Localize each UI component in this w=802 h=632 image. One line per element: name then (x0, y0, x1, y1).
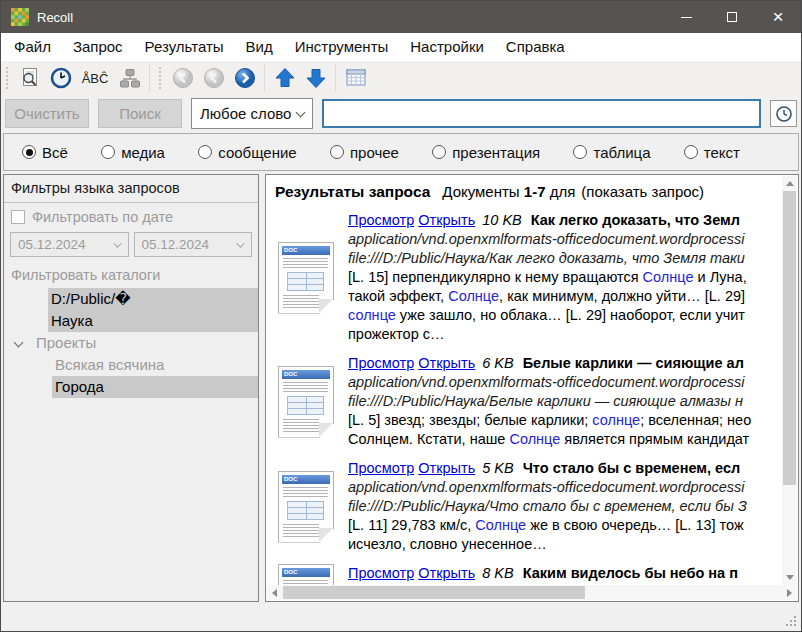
table-view-button[interactable] (340, 64, 371, 92)
first-page-button[interactable] (167, 64, 198, 92)
chevron-down-icon (236, 239, 244, 247)
tree-item[interactable]: Города (4, 376, 258, 398)
menu-item-0[interactable]: Файл (3, 33, 62, 61)
search-button[interactable]: Поиск (98, 99, 182, 128)
search-bar: Очистить Поиск Любое слово (1, 95, 801, 132)
category-radio-текст[interactable]: текст (684, 144, 740, 161)
scroll-up-button[interactable] (269, 64, 300, 92)
open-link[interactable]: Открыть (418, 460, 475, 476)
result-item: DOCПросмотр Открыть6 KBБелые карлики — с… (274, 354, 782, 449)
snippet-text: является прямым кандидат (560, 431, 749, 447)
maximize-icon (727, 12, 737, 22)
prev-page-button[interactable] (198, 64, 229, 92)
result-mime-type: application/vnd.openxmlformats-officedoc… (348, 230, 782, 249)
search-mode-dropdown[interactable]: Любое слово (191, 98, 313, 129)
snippet-line: [L. 5] звезд; звезды; белые карлики; сол… (348, 411, 782, 430)
result-size: 10 KB (482, 212, 522, 228)
doc-icon-fold (319, 528, 333, 542)
menu-item-2[interactable]: Результаты (134, 33, 235, 61)
sort-by-date-icon (49, 66, 73, 90)
result-sort-button[interactable] (114, 64, 145, 92)
toolbar-drag-handle[interactable] (159, 67, 161, 89)
result-text: Просмотр Открыть6 KBБелые карлики — сияю… (348, 354, 782, 449)
scrollbar-left-arrow[interactable] (267, 585, 282, 600)
menu-item-6[interactable]: Справка (495, 33, 576, 61)
preview-link[interactable]: Просмотр (348, 355, 414, 371)
tree-item[interactable]: D:/Public/� (4, 288, 258, 310)
horizontal-scrollbar[interactable] (267, 585, 797, 600)
recoll-window: Recoll × ФайлЗапросРезультатыВидИнструме… (0, 0, 802, 632)
close-button[interactable]: × (755, 1, 801, 33)
tree-item[interactable]: Наука (4, 310, 258, 332)
snippet-line: [L. 11] 29,783 км/с, Солнце же в свою оч… (348, 516, 782, 535)
document-preview-button[interactable] (14, 64, 45, 92)
directory-tree: D:/Public/�НаукаПроектыВсякая всячинаГор… (4, 288, 258, 398)
menu-item-5[interactable]: Настройки (399, 33, 495, 61)
category-filter-row: Всёмедиасообщениепрочеепрезентациятаблиц… (3, 133, 799, 171)
category-radio-медиа[interactable]: медиа (101, 144, 165, 161)
radio-icon (101, 145, 115, 159)
doc-icon-table (287, 272, 324, 291)
doc-icon-header: DOC (282, 246, 330, 255)
horizontal-scrollbar-thumb[interactable] (283, 586, 585, 599)
scroll-down-icon (304, 66, 328, 90)
tree-item[interactable]: Проекты (4, 332, 258, 354)
vertical-scrollbar[interactable] (782, 176, 797, 585)
next-page-button[interactable] (229, 64, 260, 92)
doc-icon-wrap: DOC (274, 211, 338, 344)
scrollbar-right-arrow[interactable] (782, 585, 797, 600)
date-from-dropdown[interactable]: 05.12.2024 (10, 232, 129, 257)
category-radio-Всё[interactable]: Всё (22, 144, 68, 161)
scroll-down-button[interactable] (300, 64, 331, 92)
search-history-button[interactable] (770, 100, 797, 127)
date-filter-checkbox[interactable] (11, 210, 25, 224)
preview-link[interactable]: Просмотр (348, 460, 414, 476)
tree-item-label: Наука (48, 310, 258, 332)
resize-grip[interactable] (794, 616, 796, 618)
preview-link[interactable]: Просмотр (348, 212, 414, 228)
scrollbar-up-arrow[interactable] (782, 176, 797, 191)
minimize-button[interactable] (663, 1, 709, 33)
menu-item-3[interactable]: Вид (235, 33, 284, 61)
preview-link[interactable]: Просмотр (348, 565, 414, 581)
radio-icon (684, 145, 698, 159)
table-view-icon (344, 66, 368, 90)
maximize-button[interactable] (709, 1, 755, 33)
tree-item-label: Города (52, 376, 258, 398)
scrollbar-down-arrow[interactable] (782, 570, 797, 585)
doc-icon-wrap: DOC (274, 564, 338, 585)
category-radio-таблица[interactable]: таблица (573, 144, 650, 161)
status-bar (1, 602, 801, 631)
menu-item-1[interactable]: Запрос (62, 33, 134, 61)
open-link[interactable]: Открыть (418, 355, 475, 371)
snippet-line: исчезло, словно унесенное… (348, 535, 782, 554)
category-radio-прочее[interactable]: прочее (330, 144, 399, 161)
toolbar-drag-handle[interactable] (6, 67, 8, 89)
term-explorer-button[interactable]: ÅBĈ (76, 64, 114, 92)
sort-by-date-button[interactable] (45, 64, 76, 92)
search-input[interactable] (322, 99, 761, 128)
date-to-dropdown[interactable]: 05.12.2024 (134, 232, 253, 257)
snippet-line: такой эффект, Солнце, как минимум, должн… (348, 287, 782, 306)
search-term-highlight: солнце (348, 307, 396, 323)
vertical-scrollbar-thumb[interactable] (783, 191, 796, 485)
open-link[interactable]: Открыть (418, 212, 475, 228)
content-area: Фильтры языка запросов Фильтровать по да… (3, 174, 799, 602)
triangle-right-icon (787, 589, 792, 597)
show-query-link[interactable]: (показать запрос) (581, 183, 704, 200)
category-label: текст (704, 144, 740, 161)
menu-item-4[interactable]: Инструменты (284, 33, 400, 61)
result-size: 5 KB (482, 460, 513, 476)
snippet-line: Солнцем. Кстати, наше Солнце является пр… (348, 430, 782, 449)
category-radio-сообщение[interactable]: сообщение (198, 144, 296, 161)
result-header-line: Просмотр Открыть5 KBЧто стало бы с време… (348, 459, 782, 478)
clear-button[interactable]: Очистить (5, 99, 89, 128)
open-link[interactable]: Открыть (418, 565, 475, 581)
search-mode-value: Любое слово (200, 105, 291, 122)
triangle-up-icon (786, 181, 794, 186)
doc-icon-header: DOC (282, 370, 330, 379)
expander-chevron-icon[interactable] (14, 338, 24, 348)
date-to-value: 05.12.2024 (142, 237, 210, 252)
tree-item[interactable]: Всякая всячина (4, 354, 258, 376)
category-radio-презентация[interactable]: презентация (432, 144, 540, 161)
